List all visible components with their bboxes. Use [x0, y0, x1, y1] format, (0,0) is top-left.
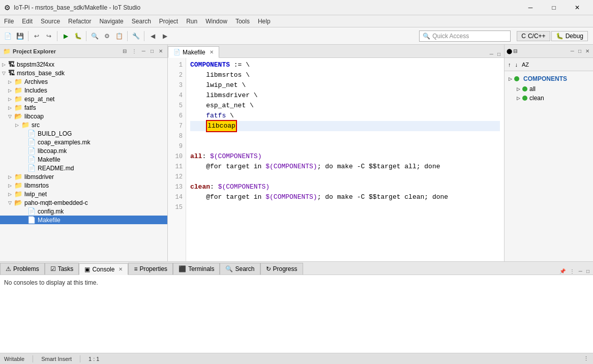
tree-item-libcoap[interactable]: ▽ 📂 libcoap: [0, 112, 167, 120]
tasks-icon: ☑: [50, 265, 56, 272]
right-components-header[interactable]: ▷ COMPONENTS: [507, 73, 591, 84]
quick-access-box[interactable]: 🔍 Quick Access: [419, 31, 511, 42]
tree-item-coap-examples-mk[interactable]: 📄 coap_examples.mk: [0, 138, 167, 146]
tab-close-icon[interactable]: ✕: [210, 49, 214, 55]
tree-item-includes[interactable]: ▷ 📁 Includes: [0, 86, 167, 95]
maximize-button[interactable]: □: [542, 0, 566, 15]
toolbar-misc4-btn[interactable]: ◀: [147, 31, 158, 42]
status-sep1: [33, 355, 33, 362]
perspective-cpp-btn[interactable]: C C/C++: [517, 31, 550, 41]
toolbar-undo-btn[interactable]: ↩: [31, 31, 42, 42]
tree-item-makefile-root[interactable]: 📄 Makefile: [0, 216, 167, 224]
tree-label-bspstm32f4xx: bspstm32f4xx: [17, 61, 54, 68]
console-content: No consoles to display at this time.: [0, 275, 593, 353]
right-clean-item[interactable]: ▷ clean: [507, 94, 591, 103]
toolbar-misc2-btn[interactable]: 📋: [113, 31, 125, 42]
right-toolbar-btn1[interactable]: ↑: [507, 61, 513, 68]
tab-properties[interactable]: ≡ Properties: [128, 263, 173, 275]
quick-access-label: Quick Access: [432, 33, 469, 40]
minimize-button[interactable]: ─: [519, 0, 542, 15]
btm-ctrl-pin[interactable]: 📌: [558, 268, 567, 275]
menu-refactor[interactable]: Refactor: [64, 15, 95, 27]
toolbar-redo-btn[interactable]: ↪: [43, 31, 54, 42]
menu-navigate[interactable]: Navigate: [95, 15, 127, 27]
project-icon-msrtos-base-sdk: 🏗: [8, 69, 15, 77]
right-toolbar-btn2[interactable]: ↓: [514, 61, 520, 68]
right-clean-expander: ▷: [517, 96, 520, 101]
expander-archives: ▷: [8, 79, 14, 84]
terminals-icon: ⬛: [179, 265, 186, 272]
toolbar-debug-run-btn[interactable]: 🐛: [72, 31, 83, 42]
right-all-item[interactable]: ▷ all: [507, 84, 591, 94]
tree-item-archives[interactable]: ▷ 📁 Archives: [0, 77, 167, 86]
tab-search[interactable]: 🔍 Search: [220, 263, 260, 275]
tree-item-src[interactable]: ▷ 📁 src: [0, 120, 167, 129]
tree-item-msrtos-base-sdk[interactable]: ▽ 🏗 msrtos_base_sdk: [0, 69, 167, 77]
tab-terminals[interactable]: ⬛ Terminals: [173, 263, 220, 275]
btm-ctrl-menu[interactable]: ⋮: [568, 268, 576, 275]
tab-problems[interactable]: ⚠ Problems: [0, 263, 45, 275]
right-panel-close-btn[interactable]: ✕: [584, 48, 591, 54]
menu-file[interactable]: File: [0, 15, 18, 27]
window-controls: ─ □ ✕: [519, 0, 589, 15]
tree-item-lwip-net[interactable]: ▷ 📁 lwip_net: [0, 190, 167, 198]
tab-console-close[interactable]: ✕: [118, 266, 123, 272]
menu-source[interactable]: Source: [37, 15, 64, 27]
tab-progress[interactable]: ↻ Progress: [260, 263, 303, 275]
tree-item-build-log[interactable]: 📄 BUILD_LOG: [0, 129, 167, 138]
progress-label: Progress: [273, 265, 298, 272]
project-close-icon[interactable]: ✕: [157, 48, 164, 54]
tree-item-paho-mqtt[interactable]: ▽ 📂 paho-mqtt-embedded-c: [0, 198, 167, 207]
toolbar-save-btn[interactable]: 💾: [14, 31, 25, 42]
file-icon-build-log: 📄: [27, 130, 36, 137]
toolbar-run-btn[interactable]: ▶: [60, 31, 71, 42]
menu-window[interactable]: Window: [201, 15, 231, 27]
tab-console[interactable]: ▣ Console ✕: [79, 263, 128, 275]
toolbar-misc3-btn[interactable]: 🔧: [130, 31, 141, 42]
project-menu-btn[interactable]: ⋮: [130, 48, 138, 54]
tree-item-libmsdriver[interactable]: ▷ 📁 libmsdriver: [0, 172, 167, 181]
tree-item-libmsrtos[interactable]: ▷ 📁 libmsrtos: [0, 181, 167, 190]
project-maximize-btn[interactable]: □: [149, 48, 155, 54]
tree-label-libmsdriver: libmsdriver: [24, 173, 54, 180]
close-button[interactable]: ✕: [566, 0, 589, 15]
folder-icon-libmsdriver: 📁: [14, 173, 22, 180]
tree-item-libcoap-mk[interactable]: 📄 libcoap.mk: [0, 146, 167, 155]
perspective-debug-btn[interactable]: 🐛 Debug: [551, 31, 588, 41]
tab-tasks[interactable]: ☑ Tasks: [45, 263, 79, 275]
project-minimize-btn[interactable]: ─: [140, 48, 147, 54]
tree-item-fatfs[interactable]: ▷ 📁 fatfs: [0, 103, 167, 112]
toolbar-new-btn[interactable]: 📄: [2, 31, 13, 42]
tree-item-makefile-libcoap[interactable]: 📄 Makefile: [0, 155, 167, 164]
menu-tools[interactable]: Tools: [231, 15, 254, 27]
right-panel-maximize-btn[interactable]: □: [577, 48, 583, 54]
right-toolbar-btn3[interactable]: AZ: [520, 61, 530, 68]
tree-item-readme[interactable]: 📄 README.md: [0, 164, 167, 172]
expander-esp-at-net: ▷: [8, 97, 14, 102]
editor-min-btn[interactable]: ─: [488, 51, 495, 57]
code-editor[interactable]: 12345 678910 1112131415 COMPONENTS := \ …: [168, 58, 504, 272]
status-sep2: [80, 355, 80, 362]
code-content: COMPONENTS := \ libmsrtos \ lwip_net \ l…: [186, 58, 504, 272]
toolbar-misc-btn[interactable]: ⚙: [101, 31, 112, 42]
tree-item-config-mk[interactable]: 📄 config.mk: [0, 207, 167, 216]
right-panel-minimize-btn[interactable]: ─: [569, 48, 576, 54]
toolbar-search-btn[interactable]: 🔍: [89, 31, 100, 42]
menu-run[interactable]: Run: [182, 15, 201, 27]
menu-search[interactable]: Search: [128, 15, 155, 27]
editor-tab-makefile[interactable]: 📄 Makefile ✕: [168, 46, 219, 58]
btm-ctrl-min[interactable]: ─: [577, 268, 584, 275]
menu-project[interactable]: Project: [155, 15, 182, 27]
menu-help[interactable]: Help: [254, 15, 275, 27]
editor-max-btn[interactable]: □: [496, 51, 502, 57]
toolbar-misc5-btn[interactable]: ▶: [159, 31, 170, 42]
status-options-icon[interactable]: ⋮: [583, 355, 589, 362]
btm-ctrl-max[interactable]: □: [585, 268, 591, 275]
project-collapse-btn[interactable]: ⊟: [121, 48, 128, 54]
terminals-label: Terminals: [188, 265, 214, 272]
menu-edit[interactable]: Edit: [18, 15, 37, 27]
tree-item-esp-at-net[interactable]: ▷ 📁 esp_at_net: [0, 95, 167, 103]
expander-msrtos-base-sdk: ▽: [2, 71, 8, 76]
tree-item-bspstm32f4xx[interactable]: ▷ 🏗 bspstm32f4xx: [0, 60, 167, 69]
folder-icon-esp-at-net: 📁: [14, 95, 22, 103]
